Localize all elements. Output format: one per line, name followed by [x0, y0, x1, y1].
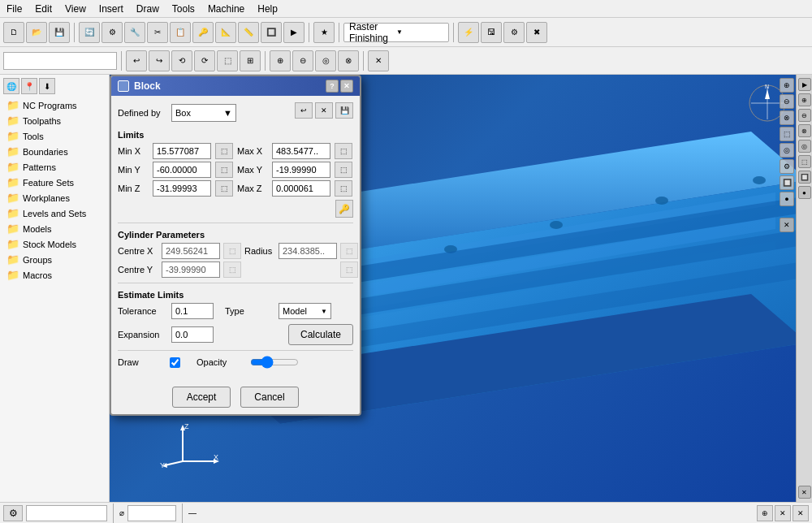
right-btn-3[interactable]: ⊖	[798, 109, 811, 122]
tree-icon1[interactable]: 🌐	[3, 78, 19, 94]
diameter-input[interactable]	[127, 505, 176, 521]
vp-tool-7[interactable]: 🔲	[780, 175, 794, 190]
right-btn-close[interactable]: ✕	[798, 486, 811, 499]
tb6[interactable]: 📋	[170, 22, 191, 43]
menu-insert[interactable]: Insert	[93, 3, 130, 15]
status-btn1[interactable]: ⊕	[757, 505, 773, 521]
sidebar-item-toolpaths[interactable]: 📁 Toolpaths	[3, 113, 106, 128]
sidebar-item-models[interactable]: 📁 Models	[3, 221, 106, 236]
vp-tool-5[interactable]: ◎	[780, 143, 794, 158]
min-x-btn[interactable]: ⬚	[215, 143, 233, 159]
dialog-title-bar[interactable]: Block ? ✕	[111, 76, 360, 96]
tb10[interactable]: 🔲	[261, 22, 282, 43]
viewport[interactable]: Z X Y N ⊕ ⊖ ⊗ ⬚ ◎ ⚙ 🔲 ●	[110, 75, 796, 502]
strategy-dropdown[interactable]: Raster Finishing ▼	[343, 23, 449, 42]
right-btn-1[interactable]: ▶	[798, 78, 811, 91]
tb4[interactable]: 🔧	[124, 22, 145, 43]
vp-tool-4[interactable]: ⬚	[780, 127, 794, 141]
tb15[interactable]: ⚙	[503, 22, 525, 43]
tb5[interactable]: ✂	[147, 22, 168, 43]
vp-tool-3[interactable]: ⊗	[780, 110, 794, 125]
sidebar-item-nc-programs[interactable]: 📁 NC Programs	[3, 97, 106, 113]
expansion-input[interactable]	[171, 326, 214, 343]
view-dropdown[interactable]	[3, 52, 117, 70]
tb-view1[interactable]: ↩	[126, 50, 147, 71]
tb8[interactable]: 📐	[215, 22, 236, 43]
sidebar-item-groups[interactable]: 📁 Groups	[3, 252, 106, 267]
tolerance-input[interactable]	[171, 303, 214, 319]
sidebar-item-workplanes[interactable]: 📁 Workplanes	[3, 190, 106, 205]
dialog-tb-btn1[interactable]: ↩	[295, 102, 313, 119]
type-dropdown[interactable]: Model ▼	[279, 303, 331, 319]
opacity-slider[interactable]	[250, 356, 299, 369]
vp-tool-2[interactable]: ⊖	[780, 94, 794, 109]
max-z-btn[interactable]: ⬚	[335, 180, 352, 197]
sidebar-item-macros[interactable]: 📁 Macros	[3, 267, 106, 283]
open-btn[interactable]: 📂	[26, 22, 47, 43]
tb2[interactable]: 🔄	[79, 22, 100, 43]
menu-view[interactable]: View	[58, 3, 93, 15]
dialog-help-btn[interactable]: ?	[326, 80, 339, 93]
tb3[interactable]: ⚙	[102, 22, 123, 43]
sidebar-item-feature-sets[interactable]: 📁 Feature Sets	[3, 175, 106, 190]
new-btn[interactable]: 🗋	[3, 22, 24, 43]
tb12[interactable]: ★	[313, 22, 335, 43]
max-y-input[interactable]	[272, 162, 330, 178]
key-icon-btn[interactable]: 🔑	[335, 200, 353, 218]
close-toolbar-btn[interactable]: ✕	[368, 50, 389, 71]
right-btn-5[interactable]: ◎	[798, 140, 811, 153]
status-btn2[interactable]: ✕	[775, 505, 791, 521]
status-dropdown[interactable]	[26, 505, 107, 521]
menu-machine[interactable]: Machine	[201, 3, 251, 15]
defined-by-dropdown[interactable]: Box ▼	[171, 104, 236, 122]
dialog-tb-btn3[interactable]: 💾	[335, 102, 353, 119]
accept-button[interactable]: Accept	[172, 387, 231, 408]
sidebar-item-patterns[interactable]: 📁 Patterns	[3, 159, 106, 175]
tb-view10[interactable]: ⊗	[338, 50, 359, 71]
sidebar-item-stock-models[interactable]: 📁 Stock Models	[3, 236, 106, 252]
right-btn-4[interactable]: ⊗	[798, 124, 811, 137]
tb-view5[interactable]: ⬚	[217, 50, 238, 71]
min-z-btn[interactable]: ⬚	[215, 180, 233, 197]
tb16[interactable]: ✖	[526, 22, 547, 43]
cancel-button[interactable]: Cancel	[240, 387, 299, 408]
right-btn-8[interactable]: ●	[798, 186, 811, 199]
right-btn-6[interactable]: ⬚	[798, 155, 811, 168]
draw-checkbox[interactable]	[170, 357, 180, 368]
tb7[interactable]: 🔑	[192, 22, 214, 43]
sidebar-item-tools[interactable]: 📁 Tools	[3, 128, 106, 144]
menu-draw[interactable]: Draw	[130, 3, 166, 15]
max-x-btn[interactable]: ⬚	[335, 143, 352, 159]
tree-icon2[interactable]: 📍	[21, 78, 37, 94]
menu-edit[interactable]: Edit	[28, 3, 58, 15]
right-btn-2[interactable]: ⊕	[798, 93, 811, 106]
tb-view8[interactable]: ⊖	[292, 50, 313, 71]
menu-help[interactable]: Help	[251, 3, 284, 15]
min-z-input[interactable]	[153, 180, 211, 197]
centre-x-input[interactable]	[162, 243, 220, 259]
calculate-button[interactable]: Calculate	[288, 324, 353, 345]
tb11[interactable]: ▶	[283, 22, 304, 43]
max-x-input[interactable]	[272, 143, 330, 159]
dialog-close-btn[interactable]: ✕	[340, 80, 353, 93]
vp-tool-1[interactable]: ⊕	[780, 78, 794, 93]
vp-tool-6[interactable]: ⚙	[780, 159, 794, 174]
vp-tool-close[interactable]: ✕	[780, 218, 794, 232]
tb9[interactable]: 📏	[238, 22, 259, 43]
status-icon[interactable]: ⚙	[3, 505, 23, 521]
tb-view3[interactable]: ⟲	[171, 50, 192, 71]
max-y-btn[interactable]: ⬚	[335, 162, 352, 178]
menu-tools[interactable]: Tools	[166, 3, 201, 15]
tb-view9[interactable]: ◎	[315, 50, 336, 71]
radius-input[interactable]	[279, 243, 337, 259]
vp-tool-8[interactable]: ●	[780, 192, 794, 206]
min-y-input[interactable]	[153, 162, 211, 178]
dialog-tb-btn2[interactable]: ✕	[315, 102, 333, 119]
min-x-input[interactable]	[153, 143, 211, 159]
centre-y-input[interactable]	[162, 262, 220, 278]
status-close[interactable]: ✕	[793, 505, 809, 521]
menu-file[interactable]: File	[0, 3, 28, 15]
tb-view7[interactable]: ⊕	[270, 50, 291, 71]
tb14[interactable]: 🖫	[481, 22, 502, 43]
tb13[interactable]: ⚡	[458, 22, 479, 43]
